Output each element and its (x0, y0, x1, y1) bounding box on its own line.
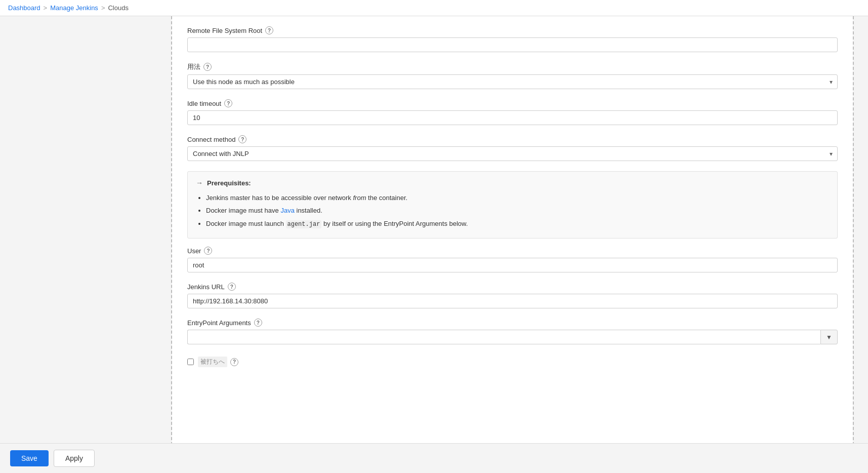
connect-method-label: Connect method ? (187, 135, 838, 143)
prerequisites-box: → Prerequisites: Jenkins master has to b… (187, 171, 838, 239)
remote-fs-label-text: Remote File System Root (187, 27, 262, 34)
form-group-idle-timeout: Idle timeout ? (187, 99, 838, 125)
remote-fs-input[interactable] (187, 37, 838, 52)
usage-help-icon[interactable]: ? (203, 63, 212, 71)
form-group-usage: 用法 ? Use this node as much as possible O… (187, 62, 838, 89)
java-link[interactable]: Java (280, 207, 294, 214)
prereq-italic: from (353, 194, 366, 202)
connect-method-select-wrapper: Connect with JNLP Connect with SSH Attac… (187, 146, 838, 161)
breadcrumb-sep-2: > (101, 4, 105, 12)
jenkins-url-input[interactable] (187, 294, 838, 308)
usage-label: 用法 ? (187, 62, 838, 71)
usage-select-wrapper: Use this node as much as possible Only b… (187, 74, 838, 89)
entrypoint-input[interactable] (187, 330, 820, 344)
hidden-checkbox-help-icon[interactable]: ? (230, 358, 238, 366)
idle-timeout-help-icon[interactable]: ? (224, 99, 232, 107)
checkbox-row: 被打ちへ ? (187, 354, 838, 367)
jenkins-url-label: Jenkins URL ? (187, 283, 838, 291)
usage-label-text: 用法 (187, 62, 200, 71)
arrow-icon: → (196, 179, 203, 187)
prerequisites-title-text: Prerequisites: (207, 179, 251, 187)
breadcrumb-current: Clouds (108, 4, 128, 12)
breadcrumb-sep-1: > (44, 4, 48, 12)
form-group-jenkins-url: Jenkins URL ? (187, 283, 838, 308)
prereq-item-1: Jenkins master has to be accessible over… (206, 192, 829, 204)
entrypoint-row: ▼ (187, 330, 838, 344)
breadcrumb-manage-jenkins[interactable]: Manage Jenkins (50, 4, 98, 12)
prereq-item-2: Docker image must have Java installed. (206, 205, 829, 216)
connect-method-select[interactable]: Connect with JNLP Connect with SSH Attac… (187, 146, 838, 161)
hidden-label-text: 被打ちへ (198, 357, 227, 367)
agent-jar-code: agent.jar (286, 220, 322, 228)
apply-button[interactable]: Apply (54, 450, 95, 467)
prerequisites-title: → Prerequisites: (196, 179, 829, 187)
user-input[interactable] (187, 258, 838, 272)
prereq-item-3: Docker image must launch agent.jar by it… (206, 218, 829, 230)
breadcrumb: Dashboard > Manage Jenkins > Clouds (0, 0, 868, 16)
entrypoint-dropdown-btn[interactable]: ▼ (820, 330, 838, 344)
form-group-entrypoint: EntryPoint Arguments ? ▼ (187, 319, 838, 344)
hidden-checkbox[interactable] (187, 359, 194, 365)
remote-fs-label: Remote File System Root ? (187, 26, 838, 34)
entrypoint-help-icon[interactable]: ? (254, 319, 262, 327)
main-content: Remote File System Root ? 用法 ? Use this … (172, 16, 853, 470)
prerequisites-list: Jenkins master has to be accessible over… (196, 192, 829, 230)
entrypoint-label: EntryPoint Arguments ? (187, 319, 838, 327)
form-group-connect-method: Connect method ? Connect with JNLP Conne… (187, 135, 838, 161)
jenkins-url-help-icon[interactable]: ? (228, 283, 236, 291)
hidden-checkbox-label: 被打ちへ ? (198, 357, 238, 367)
usage-select[interactable]: Use this node as much as possible Only b… (187, 74, 838, 89)
save-button[interactable]: Save (10, 450, 49, 466)
user-help-icon[interactable]: ? (204, 247, 212, 255)
bottom-toolbar: Save Apply (0, 443, 868, 470)
breadcrumb-dashboard[interactable]: Dashboard (8, 4, 40, 12)
remote-fs-help-icon[interactable]: ? (265, 26, 273, 34)
entrypoint-label-text: EntryPoint Arguments (187, 319, 251, 327)
user-label: User ? (187, 247, 838, 255)
idle-timeout-label: Idle timeout ? (187, 99, 838, 107)
right-panel (853, 16, 868, 470)
idle-timeout-input[interactable] (187, 110, 838, 125)
connect-method-label-text: Connect method (187, 136, 235, 143)
connect-method-help-icon[interactable]: ? (238, 135, 246, 143)
form-group-remote-fs: Remote File System Root ? (187, 26, 838, 52)
idle-timeout-label-text: Idle timeout (187, 100, 221, 107)
user-label-text: User (187, 247, 201, 255)
sidebar (0, 16, 172, 470)
jenkins-url-label-text: Jenkins URL (187, 283, 225, 291)
form-group-user: User ? (187, 247, 838, 272)
